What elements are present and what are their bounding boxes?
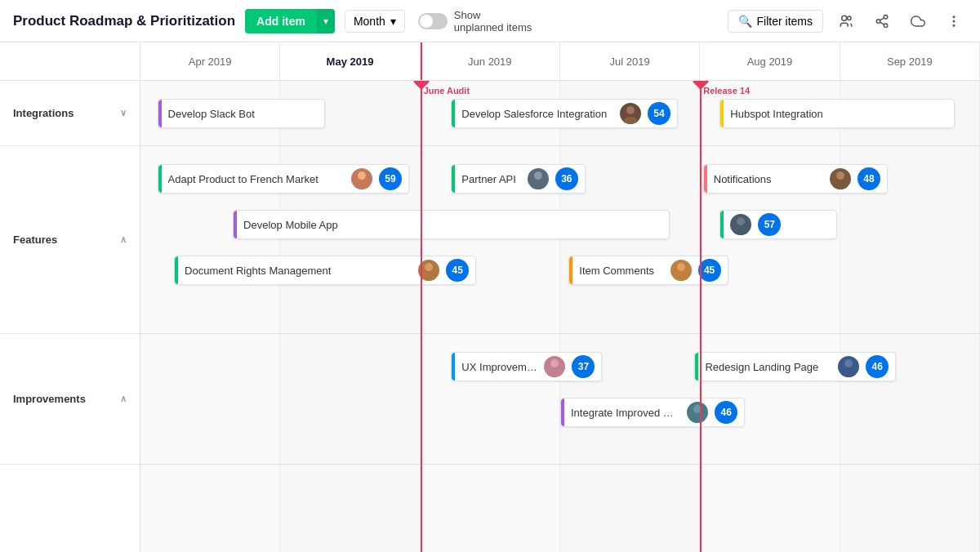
avatar-help <box>687 402 708 423</box>
unplanned-toggle[interactable] <box>418 13 448 29</box>
month-jun: Jun 2019 <box>421 42 560 80</box>
bar-hubspot[interactable]: Hubspot Integration <box>719 99 955 128</box>
svg-point-7 <box>953 16 955 18</box>
group-integrations-label[interactable]: Integrations ∨ <box>0 81 140 146</box>
release14-line: Release 14 <box>700 81 702 552</box>
avatar-comments <box>670 260 692 281</box>
svg-point-24 <box>550 359 559 367</box>
view-label: Month <box>354 15 385 28</box>
month-apr: Apr 2019 <box>140 42 280 80</box>
svg-point-25 <box>548 370 561 377</box>
avatar-notifications <box>830 168 851 189</box>
bar-french-market[interactable]: Adapt Product to French Market 59 <box>158 164 409 194</box>
unplanned-label: Show unplanned items <box>454 9 532 33</box>
svg-point-26 <box>844 359 853 367</box>
timeline-grid: June Audit Release 14 Develop Slack Bot <box>140 81 980 552</box>
add-item-chevron[interactable]: ▾ <box>317 9 335 33</box>
bar-ux[interactable]: UX Improvements 37 <box>451 352 602 381</box>
svg-point-15 <box>532 182 545 189</box>
score-salesforce: 54 <box>648 102 670 125</box>
svg-point-19 <box>734 228 747 235</box>
score-ux: 37 <box>572 355 595 378</box>
bar-salesforce[interactable]: Develop Salesforce Integration 54 <box>451 99 678 128</box>
filter-label: Filter items <box>757 15 813 28</box>
bar-doc-rights[interactable]: Document Rights Management 45 <box>174 256 476 285</box>
filter-button[interactable]: 🔍 Filter items <box>728 10 823 33</box>
svg-point-10 <box>626 106 635 114</box>
svg-point-17 <box>834 182 847 189</box>
score-help: 46 <box>715 401 737 424</box>
svg-point-2 <box>884 15 888 19</box>
bar-mobile-app[interactable]: Develop Mobile App <box>233 210 670 239</box>
view-selector[interactable]: Month ▾ <box>345 10 405 33</box>
june-audit-label: June Audit <box>424 86 470 96</box>
svg-point-12 <box>358 171 366 180</box>
more-icon-btn[interactable] <box>941 8 967 34</box>
months-header: Apr 2019 May 2019 Jun 2019 Jul 2019 Aug … <box>140 42 980 80</box>
svg-point-4 <box>884 24 888 28</box>
score-notifications: 48 <box>858 167 880 190</box>
svg-point-3 <box>876 19 880 23</box>
score-french: 59 <box>379 167 402 190</box>
bar-item-comments[interactable]: Item Comments 45 <box>568 256 728 285</box>
score-doc: 45 <box>446 259 469 282</box>
add-item-button[interactable]: Add item <box>245 9 317 33</box>
share-icon-btn[interactable] <box>869 8 895 34</box>
svg-point-28 <box>693 405 702 413</box>
sidebar-groups: Integrations ∨ Features ∧ Improvements ∧ <box>0 81 140 552</box>
main-content: Apr 2019 May 2019 Jun 2019 Jul 2019 Aug … <box>0 42 980 552</box>
svg-point-27 <box>842 370 855 377</box>
avatar-redesign <box>838 356 859 377</box>
bar-slack-bot[interactable]: Develop Slack Bot <box>158 99 326 128</box>
cloud-icon-btn[interactable] <box>905 8 931 34</box>
bar-help-center[interactable]: Integrate Improved Help Center 46 <box>560 398 745 427</box>
score-redesign: 46 <box>866 355 889 378</box>
score-aug: 57 <box>758 213 781 236</box>
bar-feature-aug[interactable]: 57 <box>719 210 837 239</box>
chevron-up-icon: ∧ <box>120 234 127 245</box>
month-aug: Aug 2019 <box>700 42 840 80</box>
svg-point-0 <box>842 16 847 20</box>
svg-point-16 <box>836 171 844 180</box>
group-features-label[interactable]: Features ∧ <box>0 146 140 334</box>
app-title: Product Roadmap & Prioritization <box>13 13 235 29</box>
month-jul: Jul 2019 <box>560 42 700 80</box>
sidebar-header <box>0 42 140 80</box>
bar-redesign[interactable]: Redesign Landing Page 46 <box>694 352 896 381</box>
svg-point-1 <box>848 16 852 20</box>
svg-point-13 <box>355 182 368 189</box>
svg-point-14 <box>534 171 542 180</box>
avatar-doc <box>418 260 439 281</box>
svg-point-11 <box>624 117 637 124</box>
june-audit-line: June Audit <box>421 81 422 552</box>
month-sep: Sep 2019 <box>840 42 980 80</box>
svg-point-21 <box>422 274 435 281</box>
avatar-french <box>351 168 372 189</box>
svg-point-8 <box>953 20 955 22</box>
header: Product Roadmap & Prioritization Add ite… <box>0 0 980 42</box>
svg-line-6 <box>880 17 884 20</box>
svg-point-23 <box>675 274 688 281</box>
chevron-up-icon: ∧ <box>120 394 127 404</box>
svg-point-20 <box>425 263 433 271</box>
bar-partner-api[interactable]: Partner API 36 <box>451 164 585 194</box>
avatar-salesforce <box>620 103 641 124</box>
score-partner: 36 <box>555 167 578 190</box>
june-audit-marker <box>421 42 422 80</box>
svg-point-22 <box>677 263 685 271</box>
people-icon-btn[interactable] <box>833 8 859 34</box>
search-icon: 🔍 <box>738 15 752 28</box>
bar-notifications[interactable]: Notifications 48 <box>703 164 888 194</box>
svg-point-29 <box>691 416 704 423</box>
score-comments: 45 <box>698 259 721 282</box>
month-may: May 2019 <box>280 42 420 80</box>
avatar-aug <box>730 214 751 235</box>
svg-line-5 <box>880 22 884 24</box>
avatar-ux <box>544 356 565 377</box>
release14-label: Release 14 <box>703 86 750 96</box>
chevron-down-icon: ▾ <box>390 15 396 28</box>
svg-point-18 <box>737 217 745 225</box>
group-improvements-label[interactable]: Improvements ∧ <box>0 334 140 465</box>
chevron-down-icon: ∨ <box>120 108 127 118</box>
avatar-partner <box>528 168 549 189</box>
